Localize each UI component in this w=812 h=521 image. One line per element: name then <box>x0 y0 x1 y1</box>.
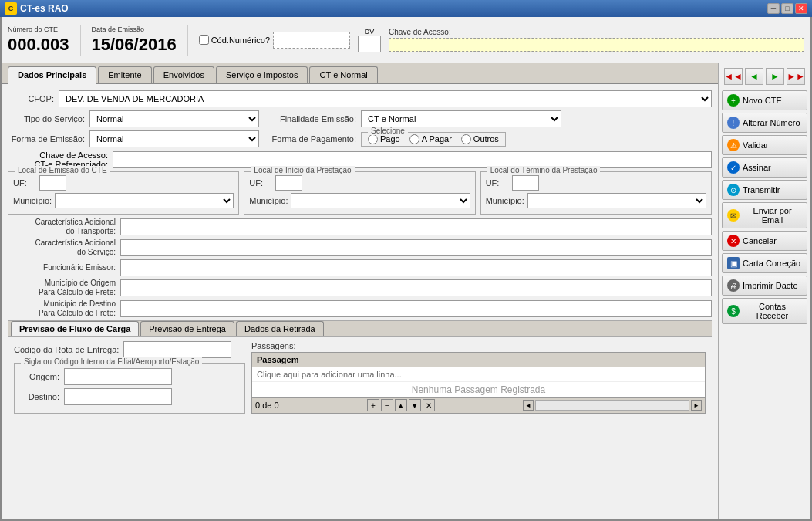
emissao-municipio-select[interactable] <box>55 193 234 208</box>
assinar-button[interactable]: ✓ Assinar <box>722 157 807 178</box>
novo-cte-button[interactable]: + Novo CTE <box>722 90 807 110</box>
transmitir-label: Transmitir <box>743 185 780 195</box>
termino-uf-input[interactable] <box>512 175 539 191</box>
nav-first-btn[interactable]: ◄◄ <box>724 68 743 85</box>
passagens-table: Passagem Clique aqui para adicionar uma … <box>251 352 706 414</box>
termino-uf-row: UF: <box>486 175 706 191</box>
radio-apagar-option[interactable]: A Pagar <box>409 134 452 144</box>
emissao-uf-input[interactable] <box>39 175 66 191</box>
cfop-select[interactable]: DEV. DE VENDA DE MERCADORIA <box>59 90 712 107</box>
validar-icon: ⚠ <box>727 139 740 151</box>
inicio-uf-input[interactable] <box>275 175 302 191</box>
maximize-button[interactable]: □ <box>781 3 793 14</box>
carac-serv-input[interactable] <box>120 239 712 256</box>
alterar-numero-label: Alterar Número <box>743 118 800 127</box>
nav-prev-btn[interactable]: ◄ <box>745 68 763 85</box>
data-emissao-label: Data de Emissão <box>92 25 177 33</box>
nav-remove-btn[interactable]: − <box>381 399 393 411</box>
content-area: Dados Principais Emitente Envolvidos Ser… <box>2 63 810 519</box>
radio-outros-option[interactable]: Outros <box>461 134 499 144</box>
tab-servico-impostos[interactable]: Serviço e Impostos <box>216 66 308 83</box>
carac-transp-label: Característica Adicionaldo Transporte: <box>8 218 116 236</box>
nav-last-btn[interactable]: ►► <box>787 68 805 85</box>
imprimir-dacte-button[interactable]: 🖨 Imprimir Dacte <box>722 276 807 296</box>
radio-pago[interactable] <box>368 134 378 144</box>
enviar-email-icon: ✉ <box>727 209 740 222</box>
cod-numeric-label-text: Cód.Numérico? <box>211 36 270 45</box>
tipo-servico-label: Tipo do Serviço: <box>8 114 85 123</box>
nav-down-btn[interactable]: ▼ <box>409 399 421 411</box>
finalidade-select[interactable]: CT-e Normal CT-e Complementar CT-e Subst… <box>361 110 561 127</box>
minimize-button[interactable]: ─ <box>767 3 780 14</box>
tab-dados-retirada[interactable]: Dados da Retirada <box>236 321 324 336</box>
destino-label: Destino: <box>21 392 59 401</box>
enviar-email-label: Enviar por Email <box>743 206 802 225</box>
cancelar-button[interactable]: ✕ Cancelar <box>722 231 807 251</box>
contas-receber-label: Contas Receber <box>743 302 802 320</box>
emissao-mun-row: Município: <box>13 193 234 208</box>
scroll-right-arrow[interactable]: ► <box>691 400 702 411</box>
title-bar-text: CT-es RAO <box>20 3 69 14</box>
tab-previsao-entrega[interactable]: Previsão de Entrega <box>140 321 234 336</box>
numero-cte-group: Número do CTE 000.003 <box>8 25 69 55</box>
nav-clear-btn[interactable]: ✕ <box>423 399 435 411</box>
mun-origem-row: Município de OrigemPara Cálculo de Frete… <box>8 279 712 297</box>
passagens-label: Passagens: <box>251 341 706 350</box>
nav-arrows-row: ◄◄ ◄ ► ►► <box>722 68 807 85</box>
transmitir-button[interactable]: ⊙ Transmitir <box>722 180 807 200</box>
main-content: Dados Principais Emitente Envolvidos Ser… <box>2 63 718 519</box>
scroll-track[interactable] <box>535 400 689 411</box>
func-emissor-input[interactable] <box>120 259 712 276</box>
passagens-section: Passagens: Passagem Clique aqui para adi… <box>251 341 706 414</box>
radio-outros[interactable] <box>461 134 471 144</box>
radio-pago-option[interactable]: Pago <box>368 134 400 144</box>
scroll-left-arrow[interactable]: ◄ <box>523 400 534 411</box>
inicio-uf-label: UF: <box>249 178 272 188</box>
origem-input[interactable] <box>64 368 172 385</box>
carta-correcao-button[interactable]: ▣ Carta Correção <box>722 253 807 273</box>
close-button[interactable]: ✕ <box>795 3 807 14</box>
mun-origem-input[interactable] <box>120 279 712 296</box>
title-bar: C CT-es RAO ─ □ ✕ <box>0 0 812 17</box>
imprimir-dacte-label: Imprimir Dacte <box>743 281 798 290</box>
rota-input[interactable] <box>123 341 231 358</box>
cod-numeric-checkbox-label[interactable]: Cód.Numérico? <box>199 35 270 45</box>
inicio-municipio-select[interactable] <box>291 193 470 208</box>
tipo-servico-select[interactable]: Normal Subcontratação Redespacho <box>89 110 259 127</box>
destino-input[interactable] <box>64 388 172 405</box>
passagens-container: Passagens: Passagem Clique aqui para adi… <box>251 341 706 414</box>
alterar-numero-icon: ! <box>727 117 740 129</box>
carac-serv-row: Característica Adicionaldo Serviço: <box>8 239 712 257</box>
nav-next-btn[interactable]: ► <box>766 68 784 85</box>
cod-numeric-checkbox[interactable] <box>199 35 209 45</box>
emissao-uf-label: UF: <box>13 178 36 188</box>
forma-emissao-select[interactable]: Normal Contingência <box>89 130 259 147</box>
cod-numeric-input[interactable] <box>273 32 350 49</box>
local-inicio-group: Local de Início da Prestação UF: Municíp… <box>244 171 475 215</box>
mun-destino-input[interactable] <box>120 300 712 317</box>
passagens-add-row[interactable]: Clique aqui para adicionar uma linha... <box>252 367 705 382</box>
tab-dados-principais[interactable]: Dados Principais <box>8 66 96 84</box>
contas-receber-button[interactable]: $ Contas Receber <box>722 298 807 324</box>
radio-apagar[interactable] <box>409 134 419 144</box>
top-info-bar: Número do CTE 000.003 Data de Emissão 15… <box>2 17 810 63</box>
bottom-content: Código da Rota de Entrega: Sigla ou Códi… <box>8 337 712 418</box>
nav-add-btn[interactable]: + <box>367 399 379 411</box>
termino-municipio-select[interactable] <box>527 193 706 208</box>
carac-transp-input[interactable] <box>120 218 712 235</box>
chave-ref-input[interactable] <box>113 151 712 168</box>
nav-up-btn[interactable]: ▲ <box>395 399 407 411</box>
dv-label: DV <box>365 28 375 36</box>
chave-acesso-input[interactable] <box>389 38 804 52</box>
dv-input[interactable] <box>358 36 381 52</box>
tab-previsao-fluxo[interactable]: Previsão de Fluxo de Carga <box>11 321 139 336</box>
tab-envolvidos[interactable]: Envolvidos <box>153 66 214 83</box>
validar-button[interactable]: ⚠ Validar <box>722 135 807 155</box>
termino-mun-row: Município: <box>486 193 706 208</box>
enviar-email-button[interactable]: ✉ Enviar por Email <box>722 202 807 228</box>
tab-emitente[interactable]: Emitente <box>98 66 151 83</box>
dv-group: DV <box>358 28 381 52</box>
tab-cte-normal[interactable]: CT-e Normal <box>309 66 377 83</box>
alterar-numero-button[interactable]: ! Alterar Número <box>722 113 807 133</box>
assinar-icon: ✓ <box>727 161 740 174</box>
